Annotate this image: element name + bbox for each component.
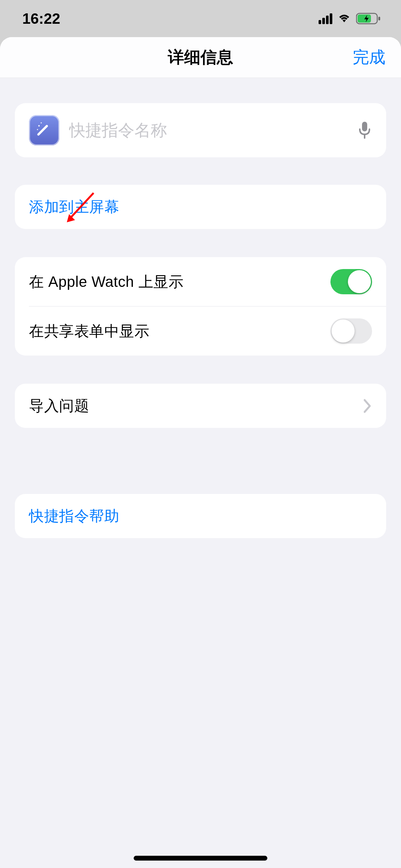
apple-watch-toggle[interactable] <box>330 269 372 294</box>
apple-watch-toggle-row: 在 Apple Watch 上显示 <box>15 257 386 306</box>
svg-rect-1 <box>358 14 371 23</box>
page-title: 详细信息 <box>168 46 233 68</box>
shortcut-name-row <box>15 103 386 157</box>
microphone-icon[interactable] <box>357 121 372 140</box>
status-bar: 16:22 <box>0 0 401 37</box>
import-questions-label: 导入问题 <box>29 396 363 416</box>
content-area: 添加到主屏幕 在 Apple Watch 上显示 在共享表单中显示 导入问题 <box>0 103 401 538</box>
help-section: 快捷指令帮助 <box>15 494 386 538</box>
shortcut-name-section <box>15 103 386 157</box>
toggles-section: 在 Apple Watch 上显示 在共享表单中显示 <box>15 257 386 356</box>
done-button[interactable]: 完成 <box>353 46 385 68</box>
share-sheet-toggle[interactable] <box>330 318 372 344</box>
magic-wand-icon <box>35 121 53 139</box>
wifi-icon <box>337 13 352 24</box>
add-to-homescreen-section: 添加到主屏幕 <box>15 185 386 229</box>
home-indicator[interactable] <box>134 856 267 861</box>
svg-rect-2 <box>378 17 380 20</box>
status-time: 16:22 <box>22 10 60 27</box>
add-to-home-screen-label: 添加到主屏幕 <box>29 197 372 217</box>
svg-rect-7 <box>362 122 367 131</box>
shortcut-help-button[interactable]: 快捷指令帮助 <box>15 494 386 538</box>
svg-point-4 <box>38 125 40 127</box>
svg-point-5 <box>41 122 42 124</box>
shortcut-name-input[interactable] <box>69 121 348 140</box>
apple-watch-label: 在 Apple Watch 上显示 <box>29 272 330 292</box>
cellular-signal-icon <box>319 13 332 24</box>
shortcut-help-label: 快捷指令帮助 <box>29 506 372 526</box>
add-to-home-screen-button[interactable]: 添加到主屏幕 <box>15 185 386 229</box>
battery-charging-icon <box>356 13 381 24</box>
import-section: 导入问题 <box>15 384 386 428</box>
navigation-bar: 详细信息 完成 <box>0 37 401 78</box>
shortcut-app-icon[interactable] <box>29 115 59 145</box>
svg-point-6 <box>37 129 38 130</box>
detail-sheet: 详细信息 完成 <box>0 37 401 868</box>
status-icons <box>319 13 381 24</box>
chevron-right-icon <box>363 399 372 413</box>
share-sheet-label: 在共享表单中显示 <box>29 321 330 341</box>
share-sheet-toggle-row: 在共享表单中显示 <box>15 307 386 356</box>
import-questions-button[interactable]: 导入问题 <box>15 384 386 428</box>
